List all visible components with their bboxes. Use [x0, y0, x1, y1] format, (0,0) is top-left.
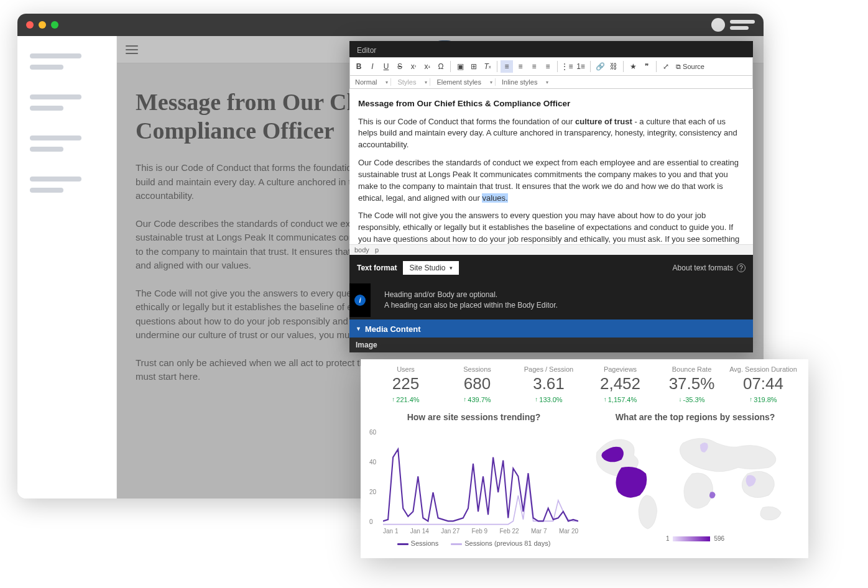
- x-axis-label: Jan 14: [410, 528, 429, 535]
- align-left-button[interactable]: ≡: [501, 60, 513, 73]
- legend-prev: Sessions (previous 81 days): [464, 540, 550, 547]
- superscript-button[interactable]: x²: [407, 60, 420, 73]
- highlighted-text: values.: [482, 193, 507, 203]
- hamburger-icon[interactable]: [126, 45, 138, 54]
- metric-value: 2,452: [586, 374, 654, 393]
- info-icon: i: [354, 295, 366, 306]
- placeholder-bar: [730, 20, 755, 24]
- sidebar-placeholder-line: [30, 136, 81, 140]
- inline-styles-label: Inline styles: [502, 78, 537, 86]
- y-axis-label: 60: [369, 429, 376, 436]
- star-button[interactable]: ★: [627, 60, 639, 73]
- maximize-window-icon[interactable]: [51, 21, 58, 29]
- metric-value: 3.61: [515, 374, 583, 393]
- metric-delta: ↑ 319.8%: [749, 396, 777, 403]
- image-button[interactable]: ▣: [454, 60, 466, 73]
- close-window-icon[interactable]: [26, 21, 34, 29]
- regions-map-chart: What are the top regions by sessions?: [591, 407, 800, 547]
- align-center-button[interactable]: ≡: [514, 60, 527, 73]
- sidebar-placeholder-line: [30, 147, 63, 152]
- x-axis-label: Jan 1: [383, 528, 398, 535]
- editor-panel: Editor B I U S x² x₂ Ω ▣ ⊞ Tx ≡ ≡ ≡ ≡ ⋮≡…: [349, 41, 753, 352]
- editor-content[interactable]: Message from Our Chief Ethics & Complian…: [349, 89, 753, 244]
- world-map-svg: [591, 427, 800, 533]
- text-format-select[interactable]: Site Studio ▾: [403, 261, 458, 275]
- chart-title: How are site sessions trending?: [369, 412, 578, 422]
- analytics-card: Users225↑ 221.4%Sessions680↑ 439.7%Pages…: [361, 359, 808, 558]
- metric-pageviews: Pageviews2,452↑ 1,157.4%: [586, 365, 654, 403]
- styles-select[interactable]: Styles▾: [397, 78, 430, 86]
- unlink-button[interactable]: ⛓: [607, 60, 620, 73]
- chart-legend: Sessions Sessions (previous 81 days): [369, 540, 578, 547]
- bold-button[interactable]: B: [353, 60, 365, 73]
- info-message: i Heading and/or Body are optional. A he…: [349, 283, 753, 317]
- source-icon: ⧉: [676, 63, 681, 71]
- image-field-label: Image: [356, 341, 377, 349]
- metric-delta: ↑ 439.7%: [463, 396, 491, 403]
- table-button[interactable]: ⊞: [468, 60, 480, 73]
- info-text-line: A heading can also be placed within the …: [384, 300, 558, 311]
- left-sidebar: [17, 36, 117, 498]
- chevron-down-icon: ▾: [450, 265, 453, 271]
- metric-label: Users: [372, 365, 440, 373]
- map-color-scale: 1 596: [591, 535, 800, 542]
- text-format-row: Text format Site Studio ▾ About text for…: [349, 255, 753, 281]
- sidebar-placeholder-line: [30, 188, 63, 193]
- text-format-label: Text format: [357, 264, 397, 272]
- align-right-button[interactable]: ≡: [528, 60, 540, 73]
- image-field-header[interactable]: Image: [349, 338, 753, 352]
- metric-value: 37.5%: [658, 374, 726, 393]
- number-list-button[interactable]: 1≡: [575, 60, 587, 73]
- y-axis-label: 20: [369, 489, 376, 495]
- element-styles-select[interactable]: Element styles▾: [436, 78, 496, 86]
- maximize-button[interactable]: ⤢: [660, 60, 672, 73]
- sidebar-placeholder-line: [30, 106, 63, 111]
- scale-gradient: [673, 536, 710, 541]
- inline-styles-select[interactable]: Inline styles▾: [502, 78, 551, 86]
- editor-panel-title: Editor: [349, 41, 753, 57]
- remove-format-button[interactable]: Tx: [481, 60, 494, 73]
- styles-label: Styles: [397, 78, 416, 86]
- subscript-button[interactable]: x₂: [421, 60, 433, 73]
- metric-value: 225: [372, 374, 440, 393]
- placeholder-bar: [730, 26, 749, 30]
- metric-bounce-rate: Bounce Rate37.5%↓ -35.3%: [658, 365, 726, 403]
- y-axis-label: 0: [369, 518, 373, 525]
- link-button[interactable]: 🔗: [594, 60, 606, 73]
- metric-label: Bounce Rate: [658, 365, 726, 373]
- source-button-label: Source: [683, 63, 704, 70]
- editor-toolbar: B I U S x² x₂ Ω ▣ ⊞ Tx ≡ ≡ ≡ ≡ ⋮≡ 1≡ 🔗 ⛓…: [349, 57, 753, 76]
- minimize-window-icon[interactable]: [39, 21, 46, 29]
- paragraph-format-select[interactable]: Normal▾: [355, 78, 391, 86]
- italic-button[interactable]: I: [366, 60, 379, 73]
- path-body[interactable]: body: [354, 246, 369, 254]
- arrow-down-icon: ↓: [679, 396, 682, 403]
- titlebar-menu-placeholder: [711, 18, 755, 32]
- arrow-up-icon: ↑: [749, 396, 752, 403]
- window-titlebar: [17, 14, 764, 36]
- metric-pages-session: Pages / Session3.61↑ 133.0%: [515, 365, 583, 403]
- underline-button[interactable]: U: [380, 60, 392, 73]
- arrow-up-icon: ↑: [392, 396, 395, 403]
- arrow-up-icon: ↑: [463, 396, 466, 403]
- editor-paragraph: Our Code describes the standards of cond…: [358, 157, 744, 204]
- metric-value: 07:44: [729, 374, 797, 393]
- media-content-header[interactable]: Media Content: [349, 319, 753, 338]
- scale-min: 1: [666, 535, 670, 542]
- metrics-row: Users225↑ 221.4%Sessions680↑ 439.7%Pages…: [369, 365, 800, 407]
- arrow-up-icon: ↑: [535, 396, 538, 403]
- about-text-formats-link[interactable]: About text formats ?: [673, 264, 746, 272]
- text-format-value: Site Studio: [409, 264, 445, 272]
- chart-title: What are the top regions by sessions?: [591, 412, 800, 422]
- blockquote-button[interactable]: ❞: [640, 60, 653, 73]
- bullet-list-button[interactable]: ⋮≡: [561, 60, 573, 73]
- y-axis-label: 40: [369, 459, 376, 466]
- scale-max: 596: [714, 535, 724, 542]
- x-axis-label: Jan 27: [441, 528, 459, 535]
- path-p[interactable]: p: [375, 246, 379, 254]
- special-char-button[interactable]: Ω: [435, 60, 447, 73]
- line-chart: 60 40 20 0: [369, 427, 578, 526]
- align-justify-button[interactable]: ≡: [542, 60, 554, 73]
- source-button[interactable]: ⧉ Source: [673, 60, 707, 73]
- strike-button[interactable]: S: [394, 60, 406, 73]
